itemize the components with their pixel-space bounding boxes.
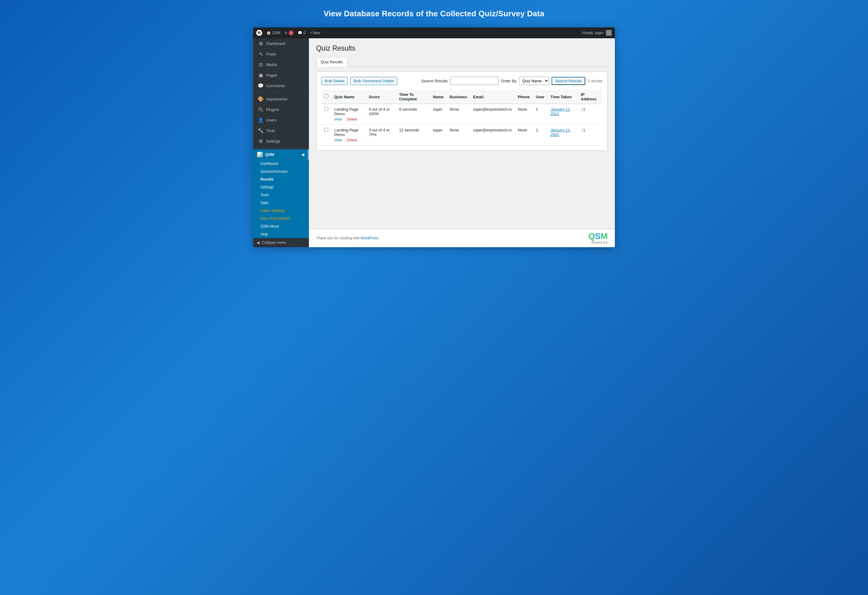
th-business: Business [447, 90, 470, 104]
qsm-section: 📊 QSM ◀ Dashboard Quizzes/Surveys Result… [253, 149, 309, 238]
updates-icon: ↻ [285, 31, 288, 35]
sidebar-item-qsm-about[interactable]: QSM About [253, 223, 309, 230]
row-actions-2: View | Delete [334, 138, 363, 142]
delete-link-2[interactable]: Delete [347, 138, 357, 142]
admin-bar-new[interactable]: + New [310, 31, 320, 35]
row-actions-1: View | Delete [334, 117, 363, 121]
sidebar-item-qsm-addon-settings[interactable]: Addon Settings [253, 207, 309, 215]
avatar [606, 30, 612, 36]
sidebar-item-plugins[interactable]: 🔌 Plugins [253, 104, 309, 115]
td-quiz-name-1: Landing Page Demo. View | Delete [331, 104, 366, 125]
sidebar-separator-2 [253, 148, 309, 148]
pages-icon: ▣ [258, 72, 264, 78]
th-checkbox [321, 90, 331, 104]
td-email-2: sajan@expresstech.io [470, 125, 515, 146]
order-by-select[interactable]: Quiz Name Score Date [519, 77, 549, 85]
qsm-free-addon-label: Get a Free Addon! [260, 216, 290, 221]
td-checkbox-2 [321, 125, 331, 146]
admin-bar-site[interactable]: 🏠 QSM [266, 31, 280, 35]
select-all-checkbox[interactable] [324, 94, 328, 98]
td-business-2: None [447, 125, 470, 146]
site-name: QSM [272, 31, 280, 35]
delete-link-1[interactable]: Delete [347, 117, 357, 121]
sidebar-item-appearance[interactable]: 🎨 Appearance [253, 94, 309, 104]
row-checkbox-1[interactable] [324, 107, 328, 111]
sidebar-item-qsm-results[interactable]: Results [253, 176, 309, 183]
search-input[interactable] [450, 77, 499, 85]
sidebar-item-media[interactable]: ⊟ Media [253, 59, 309, 70]
qsm-header[interactable]: 📊 QSM ◀ [253, 149, 309, 160]
th-user: User [533, 90, 548, 104]
td-time-1: 8 seconds [396, 104, 430, 125]
wp-footer: Thank you for creating with WordPress. Q… [309, 229, 615, 247]
sidebar-item-qsm-quizzes[interactable]: Quizzes/Surveys [253, 168, 309, 176]
page-heading: View Database Records of the Collected Q… [324, 9, 545, 18]
view-link-1[interactable]: View [334, 117, 342, 121]
view-link-2[interactable]: View [334, 138, 342, 142]
wp-layout: ⊞ Dashboard ✎ Posts ⊟ Media ▣ Pages 💬 [253, 38, 615, 247]
collapse-label: Collapse menu [262, 241, 286, 245]
sidebar-item-qsm-stats[interactable]: Stats [253, 199, 309, 207]
collapse-menu-item[interactable]: ◀ Collapse menu [253, 238, 309, 247]
sidebar-item-label: Pages [266, 73, 277, 77]
td-score-2: 3 out of 4 or 75% [366, 125, 396, 146]
date-link-1[interactable]: January 11, 2021 [551, 107, 571, 116]
admin-bar-comments[interactable]: 💬 0 [298, 31, 306, 35]
tab-nav: Quiz Results [316, 57, 608, 66]
quiz-name-text-1: Landing Page Demo. [334, 107, 358, 116]
sidebar-item-qsm-tools[interactable]: Tools [253, 191, 309, 199]
qsm-about-label: QSM About [260, 224, 279, 229]
sidebar-item-pages[interactable]: ▣ Pages [253, 70, 309, 80]
sidebar-item-tools[interactable]: 🔧 Tools [253, 125, 309, 136]
sidebar-item-posts[interactable]: ✎ Posts [253, 49, 309, 59]
order-by-label: Order By [501, 79, 517, 83]
admin-bar-updates[interactable]: ↻ 2 [285, 31, 294, 35]
sidebar-separator-1 [253, 92, 309, 93]
posts-icon: ✎ [258, 51, 264, 57]
table-head: Quiz Name Score Time To Complete Name Bu… [321, 90, 602, 104]
users-icon: 👤 [258, 117, 264, 123]
search-results-button[interactable]: Search Results [552, 77, 585, 85]
sidebar-item-qsm-free-addon[interactable]: Get a Free Addon! [253, 215, 309, 223]
th-score: Score [366, 90, 396, 104]
main-wrapper: Quiz Results Quiz Results Bulk Delete Bu… [309, 38, 615, 247]
sidebar-item-qsm-help[interactable]: Help [253, 230, 309, 238]
qsm-logo: QSM [588, 232, 608, 241]
qsm-logo-area: QSM Version 5.6 [588, 232, 608, 244]
sidebar-menu: ⊞ Dashboard ✎ Posts ⊟ Media ▣ Pages 💬 [253, 38, 309, 148]
table-body: Landing Page Demo. View | Delete 4 out o… [321, 104, 602, 146]
settings-icon: ⚙ [258, 138, 264, 144]
th-time-taken: Time Taken [548, 90, 578, 104]
qsm-logo-s: S [595, 232, 601, 241]
table-row: Landing Page Demo. View | Delete 3 out o… [321, 125, 602, 146]
td-user-1: 1 [533, 104, 548, 125]
wordpress-link[interactable]: WordPress [360, 236, 378, 240]
sidebar-item-settings[interactable]: ⚙ Settings [253, 136, 309, 146]
td-name-2: sajan [430, 125, 447, 146]
bulk-permanent-delete-button[interactable]: Bulk Permanent Delete [350, 77, 397, 85]
row-checkbox-2[interactable] [324, 128, 328, 132]
qsm-tools-label: Tools [260, 193, 269, 197]
td-checkbox-1 [321, 104, 331, 125]
footer-period: . [379, 236, 379, 240]
td-user-2: 1 [533, 125, 548, 146]
sidebar-item-comments[interactable]: 💬 Comments [253, 80, 309, 91]
main-content: Quiz Results Quiz Results Bulk Delete Bu… [309, 38, 615, 229]
th-quiz-name: Quiz Name [331, 90, 366, 104]
sidebar-item-qsm-settings[interactable]: Settings [253, 183, 309, 191]
separator-1: | [344, 117, 345, 121]
sidebar-item-qsm-dashboard[interactable]: Dashboard [253, 160, 309, 168]
tab-quiz-results[interactable]: Quiz Results [316, 57, 347, 66]
td-ip-2: ::1 [578, 125, 602, 146]
wp-logo[interactable]: W [256, 30, 262, 36]
new-label: + New [310, 31, 320, 35]
sidebar-item-users[interactable]: 👤 Users [253, 115, 309, 125]
date-link-2[interactable]: January 11, 2021 [551, 128, 571, 137]
qsm-arrow-icon: ◀ [301, 152, 304, 157]
th-ip-address: IP Address [578, 90, 602, 104]
sidebar: ⊞ Dashboard ✎ Posts ⊟ Media ▣ Pages 💬 [253, 38, 309, 247]
qsm-logo-q: Q [588, 232, 595, 241]
quiz-name-text-2: Landing Page Demo. [334, 128, 358, 137]
sidebar-item-dashboard[interactable]: ⊞ Dashboard [253, 38, 309, 49]
bulk-delete-button[interactable]: Bulk Delete [321, 77, 348, 85]
